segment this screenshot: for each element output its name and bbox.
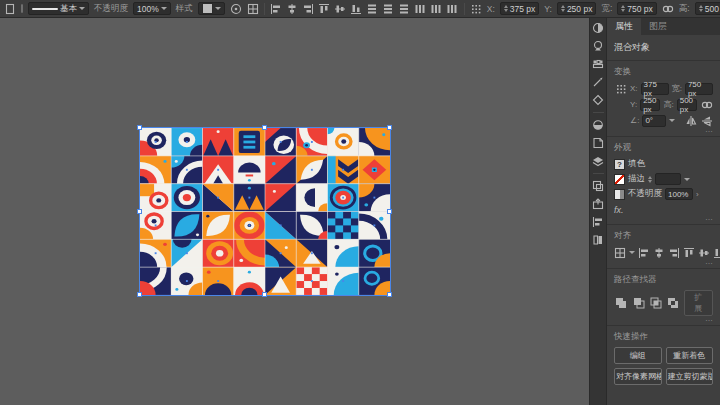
fx-button[interactable]: fx.	[614, 205, 624, 215]
opacity-icon[interactable]	[614, 189, 625, 200]
height-label: 高:	[663, 99, 673, 110]
style-dropdown[interactable]	[198, 2, 225, 15]
stepper-icon[interactable]	[561, 5, 565, 12]
y-input[interactable]: 250 px	[640, 99, 660, 111]
width-profile-swatch[interactable]	[21, 4, 23, 13]
recolor-button[interactable]: 重新着色	[666, 347, 714, 364]
align-section: 对齐 …	[607, 225, 720, 269]
more-options-button[interactable]: …	[705, 213, 714, 222]
asset-export-panel-icon[interactable]	[592, 198, 605, 210]
align-to-icon[interactable]	[614, 246, 626, 259]
chevron-down-icon	[79, 7, 85, 10]
panel-tabs: 属性 图层	[607, 18, 720, 35]
swatches-panel-icon[interactable]	[592, 58, 605, 70]
selection-handle[interactable]	[387, 292, 392, 297]
selection-handle[interactable]	[137, 125, 142, 130]
align-left-button[interactable]	[638, 246, 650, 259]
libraries-panel-icon[interactable]	[592, 234, 605, 246]
align-top-icon[interactable]	[318, 2, 331, 15]
x-input[interactable]: 375 px	[500, 2, 540, 15]
recolor-artwork-icon[interactable]	[230, 2, 242, 15]
artwork[interactable]	[140, 128, 390, 295]
stroke-swatch[interactable]	[614, 174, 625, 185]
dist-top-icon[interactable]	[366, 2, 379, 15]
appearance-panel-icon[interactable]	[592, 119, 605, 131]
link-dimensions-icon[interactable]	[662, 2, 674, 15]
expand-button[interactable]: 扩展	[684, 290, 713, 316]
color-panel-icon[interactable]	[592, 22, 605, 34]
more-options-button[interactable]: …	[705, 257, 714, 266]
transform-title: 变换	[614, 66, 713, 78]
stroke-weight-input[interactable]	[655, 173, 681, 185]
selection-handle[interactable]	[262, 125, 267, 130]
dist-center-h-icon[interactable]	[430, 2, 443, 15]
selection-handle[interactable]	[137, 292, 142, 297]
stepper-icon[interactable]	[648, 176, 652, 183]
width-input[interactable]: 750 px	[685, 83, 713, 95]
layers-panel-icon[interactable]	[592, 155, 605, 167]
reference-point-icon[interactable]	[614, 82, 627, 95]
align-right-button[interactable]	[668, 246, 680, 259]
align-panel-panel-icon[interactable]	[592, 216, 605, 228]
align-pixel-grid-button[interactable]: 对齐像素网格	[614, 368, 662, 385]
group-button[interactable]: 编组	[614, 347, 662, 364]
make-clipping-mask-button[interactable]: 建立剪切蒙版	[666, 368, 714, 385]
angle-dropdown[interactable]: 0°	[642, 115, 666, 127]
align-center-h-button[interactable]	[653, 246, 665, 259]
y-input[interactable]: 250 px	[557, 2, 597, 15]
flip-horizontal-icon[interactable]	[684, 114, 697, 127]
stepper-icon[interactable]	[504, 5, 508, 12]
reference-point-icon[interactable]	[470, 2, 482, 15]
graphic-styles-panel-icon[interactable]	[592, 137, 605, 149]
fill-swatch[interactable]: ?	[614, 159, 625, 170]
link-dimensions-icon[interactable]	[700, 98, 713, 111]
brush-definition-dropdown[interactable]: 基本	[28, 2, 89, 15]
canvas[interactable]	[0, 18, 589, 405]
align-center-h-icon[interactable]	[286, 2, 299, 15]
selection-handle[interactable]	[137, 209, 142, 214]
more-options-button[interactable]: …	[705, 314, 714, 323]
x-input[interactable]: 375 px	[641, 83, 669, 95]
color-guide-panel-icon[interactable]	[592, 40, 605, 52]
artwork-selection[interactable]	[140, 128, 390, 295]
divider	[593, 112, 604, 113]
dist-right-icon[interactable]	[446, 2, 459, 15]
height-input[interactable]: 500 px	[677, 99, 697, 111]
stepper-icon[interactable]	[621, 5, 625, 12]
pf-unite-button[interactable]	[614, 297, 628, 310]
align-bottom-button[interactable]	[713, 246, 720, 259]
chevron-down-icon	[215, 7, 221, 10]
stroke-label: 描边	[628, 173, 645, 185]
opacity-dropdown[interactable]: 100%	[133, 2, 171, 15]
dist-middle-v-icon[interactable]	[382, 2, 395, 15]
selection-handle[interactable]	[387, 209, 392, 214]
more-options-button[interactable]: …	[705, 125, 714, 134]
align-bottom-icon[interactable]	[350, 2, 363, 15]
width-label: 宽:	[672, 83, 682, 94]
opacity-label: 不透明度	[94, 3, 128, 15]
symbols-panel-icon[interactable]	[592, 94, 605, 106]
stepper-icon[interactable]	[699, 5, 703, 12]
align-middle-v-icon[interactable]	[334, 2, 347, 15]
dist-left-icon[interactable]	[414, 2, 427, 15]
align-top-button[interactable]	[683, 246, 695, 259]
pf-exclude-button[interactable]	[666, 297, 680, 310]
x-label: X:	[630, 84, 638, 93]
height-input[interactable]: 500 px	[695, 2, 720, 15]
align-left-icon[interactable]	[270, 2, 283, 15]
align-right-icon[interactable]	[302, 2, 315, 15]
selection-handle[interactable]	[387, 125, 392, 130]
quick-actions-title: 快速操作	[614, 331, 713, 343]
tab-properties[interactable]: 属性	[607, 18, 641, 35]
shape-grid-icon[interactable]	[247, 2, 259, 15]
pf-minus-button[interactable]	[631, 297, 645, 310]
tab-layers[interactable]: 图层	[641, 18, 675, 35]
width-label: 宽:	[601, 3, 612, 15]
pf-intersect-button[interactable]	[649, 297, 663, 310]
selection-handle[interactable]	[262, 292, 267, 297]
artboards-panel-icon[interactable]	[592, 180, 605, 192]
brushes-panel-icon[interactable]	[592, 76, 605, 88]
width-input[interactable]: 750 px	[617, 2, 657, 15]
opacity-input[interactable]: 100%	[665, 188, 693, 200]
dist-bottom-icon[interactable]	[398, 2, 411, 15]
